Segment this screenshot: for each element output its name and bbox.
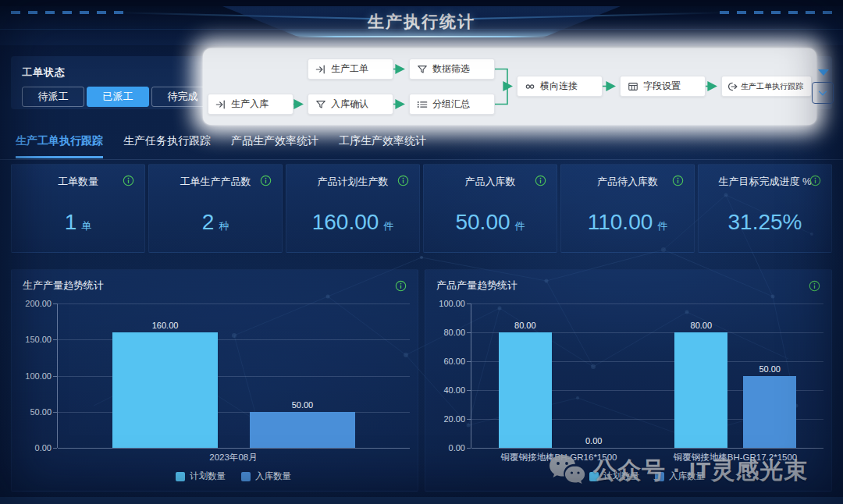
legend-swatch bbox=[176, 472, 185, 481]
info-icon[interactable] bbox=[397, 175, 409, 186]
bar-segment bbox=[674, 332, 727, 448]
bar-value-label: 80.00 bbox=[691, 321, 713, 330]
tab-bar: 生产工单执行跟踪生产任务执行跟踪产品生产效率统计工序生产效率统计 bbox=[16, 134, 832, 158]
chart-body: 0.0050.00100.00150.00200.00160.0050.0020… bbox=[21, 303, 410, 482]
bar-value-label: 50.00 bbox=[759, 364, 781, 374]
workflow-node-3[interactable]: 入库确认 bbox=[308, 94, 393, 115]
workflow-node-label: 生产入库 bbox=[231, 98, 269, 111]
chart-title: 产品产量趋势统计 bbox=[436, 279, 518, 293]
kpi-value: 31.25% bbox=[699, 210, 831, 235]
filter-option-1[interactable]: 已派工 bbox=[87, 87, 149, 107]
bar-value-label: 160.00 bbox=[152, 321, 179, 330]
tab-1[interactable]: 生产任务执行跟踪 bbox=[123, 134, 211, 158]
workflow-node-2[interactable]: 生产入库 bbox=[208, 94, 293, 115]
bar-segment bbox=[743, 376, 796, 449]
y-axis: 0.0050.00100.00150.00200.00 bbox=[21, 303, 57, 448]
info-icon[interactable] bbox=[809, 280, 820, 292]
info-icon[interactable] bbox=[395, 280, 407, 292]
y-tick-label: 0.00 bbox=[35, 443, 52, 453]
legend-label: 计划数量 bbox=[190, 470, 226, 482]
header-dash-decoration-left bbox=[11, 11, 128, 14]
expand-chevron-button[interactable] bbox=[812, 82, 834, 104]
tab-2[interactable]: 产品生产效率统计 bbox=[231, 134, 318, 158]
tab-0[interactable]: 生产工单执行跟踪 bbox=[16, 134, 103, 158]
kpi-unit: 单 bbox=[81, 220, 91, 232]
watermark: 公众号 · IT灵感光束 bbox=[546, 453, 808, 488]
kpi-value: 2种 bbox=[149, 210, 282, 235]
tab-3[interactable]: 工序生产效率统计 bbox=[339, 134, 426, 158]
bar-wrap: 50.00 bbox=[250, 303, 355, 448]
y-axis: 0.0020.0040.0060.0080.00100.00 bbox=[435, 303, 471, 448]
page-title: 生产执行统计 bbox=[219, 5, 624, 39]
tab-divider bbox=[0, 159, 843, 160]
join-icon bbox=[525, 81, 535, 92]
x-axis-labels: 2023年08月 bbox=[57, 452, 410, 463]
output-icon bbox=[727, 81, 738, 92]
chart-legend: 计划数量入库数量 bbox=[57, 470, 410, 482]
y-tick-label: 0.00 bbox=[449, 443, 465, 453]
y-tick-label: 150.00 bbox=[25, 335, 52, 344]
bar-segment bbox=[499, 332, 552, 448]
kpi-value: 160.00件 bbox=[286, 210, 419, 235]
workflow-node-0[interactable]: 生产工单 bbox=[308, 59, 393, 80]
bar-wrap: 80.00 bbox=[499, 303, 552, 448]
input-icon bbox=[315, 64, 326, 75]
bar-wrap: 80.00 bbox=[674, 303, 727, 448]
bar-wrap: 160.00 bbox=[112, 303, 218, 448]
kpi-unit: 件 bbox=[657, 220, 667, 232]
info-icon[interactable] bbox=[535, 175, 546, 186]
chart-header: 产品产量趋势统计 bbox=[425, 270, 831, 293]
info-icon[interactable] bbox=[809, 175, 821, 186]
kpi-card-0: 工单数量1单 bbox=[11, 164, 145, 253]
workflow-node-7[interactable]: 生产工单执行跟踪 bbox=[721, 76, 812, 97]
kpi-number: 1 bbox=[65, 210, 77, 234]
filter-icon bbox=[417, 64, 428, 75]
workflow-overlay: 生产工单数据筛选生产入库入库确认分组汇总横向连接字段设置生产工单执行跟踪 bbox=[203, 48, 816, 125]
kpi-value: 1单 bbox=[12, 210, 144, 235]
plot-area: 160.0050.00 bbox=[57, 303, 410, 448]
kpi-number: 50.00 bbox=[455, 210, 510, 234]
bar-value-label: 80.00 bbox=[514, 321, 536, 330]
header-banner: 生产执行统计 bbox=[219, 5, 624, 37]
collapse-caret-icon[interactable] bbox=[818, 69, 829, 76]
filter-option-0[interactable]: 待派工 bbox=[22, 87, 84, 107]
workflow-node-label: 分组汇总 bbox=[432, 98, 470, 111]
y-tick-mark bbox=[53, 448, 57, 449]
y-tick-label: 200.00 bbox=[25, 299, 52, 308]
bar-groups: 160.0050.00 bbox=[58, 303, 410, 448]
chevron-down-icon bbox=[817, 87, 828, 98]
bar-wrap: 0.00 bbox=[567, 303, 621, 448]
header-dash-decoration-right bbox=[715, 11, 832, 14]
kpi-unit: 件 bbox=[383, 220, 393, 232]
bar-segment bbox=[112, 332, 218, 448]
workflow-node-4[interactable]: 分组汇总 bbox=[409, 94, 495, 115]
workflow-node-label: 数据筛选 bbox=[432, 62, 470, 76]
bar-groups: 80.000.0080.0050.00 bbox=[471, 303, 823, 448]
y-tick-label: 50.00 bbox=[30, 407, 52, 417]
info-icon[interactable] bbox=[123, 175, 134, 186]
kpi-value: 110.00件 bbox=[561, 210, 694, 235]
chart-panel-production-output: 生产产量趋势统计0.0050.00100.00150.00200.00160.0… bbox=[11, 269, 418, 492]
kpi-card-2: 产品计划生产数160.00件 bbox=[286, 164, 420, 253]
workflow-node-label: 横向连接 bbox=[540, 80, 578, 93]
info-icon[interactable] bbox=[260, 175, 272, 186]
workflow-node-1[interactable]: 数据筛选 bbox=[409, 59, 495, 80]
workflow-node-label: 生产工单执行跟踪 bbox=[741, 81, 803, 92]
kpi-number: 110.00 bbox=[588, 210, 653, 234]
y-tick-label: 80.00 bbox=[443, 328, 465, 337]
y-tick-label: 100.00 bbox=[25, 371, 52, 381]
workflow-node-6[interactable]: 字段设置 bbox=[620, 76, 706, 97]
legend-item[interactable]: 计划数量 bbox=[176, 470, 226, 482]
header: 生产执行统计 bbox=[0, 0, 843, 45]
info-icon[interactable] bbox=[672, 175, 684, 186]
plot-row: 0.0050.00100.00150.00200.00160.0050.00 bbox=[21, 303, 410, 448]
legend-item[interactable]: 入库数量 bbox=[241, 470, 291, 482]
top-frame-strip bbox=[0, 0, 843, 6]
kpi-card-3: 产品入库数50.00件 bbox=[423, 164, 557, 253]
y-tick-label: 60.00 bbox=[443, 357, 465, 366]
chart-title: 生产产量趋势统计 bbox=[23, 279, 104, 293]
legend-label: 入库数量 bbox=[255, 470, 291, 482]
grid-line bbox=[471, 448, 823, 449]
workflow-node-5[interactable]: 横向连接 bbox=[517, 76, 603, 97]
kpi-number: 31.25% bbox=[728, 210, 802, 234]
